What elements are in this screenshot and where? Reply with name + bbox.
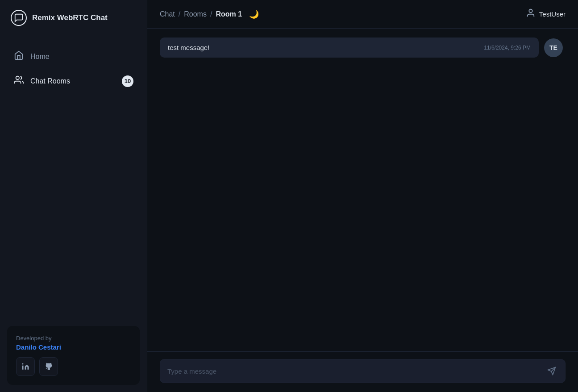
sidebar-item-chat-rooms[interactable]: Chat Rooms 10 <box>7 70 140 92</box>
sidebar: Remix WebRTC Chat Home Chat Rooms <box>0 0 147 392</box>
linkedin-button[interactable] <box>16 357 35 376</box>
message-text: test message! <box>168 44 209 51</box>
user-menu[interactable]: TestUser <box>526 8 566 20</box>
sidebar-item-home-label: Home <box>30 53 133 61</box>
sidebar-nav: Home Chat Rooms 10 <box>0 36 147 319</box>
send-button[interactable] <box>545 365 558 377</box>
social-links <box>16 357 131 376</box>
username: TestUser <box>539 10 566 18</box>
sidebar-footer: Developed by Danilo Cestari <box>7 326 140 385</box>
message-time: 11/6/2024, 9:26 PM <box>484 45 531 51</box>
dark-mode-toggle[interactable]: 🌙 <box>249 9 259 19</box>
github-button[interactable] <box>39 357 58 376</box>
main-content: Chat / Rooms / Room 1 🌙 TestUser test me… <box>147 0 578 392</box>
users-icon <box>13 75 24 87</box>
message-bubble: test message! 11/6/2024, 9:26 PM <box>160 38 539 58</box>
svg-point-3 <box>529 9 532 13</box>
table-row: test message! 11/6/2024, 9:26 PM TE <box>160 38 566 58</box>
chat-rooms-badge: 10 <box>122 75 133 87</box>
home-icon <box>13 50 24 63</box>
svg-rect-1 <box>22 366 24 370</box>
svg-point-0 <box>16 76 19 79</box>
app-logo-icon <box>11 10 27 26</box>
svg-point-2 <box>22 363 24 365</box>
developed-by-label: Developed by <box>16 335 131 342</box>
input-area <box>147 351 578 392</box>
avatar: TE <box>544 38 563 57</box>
developer-name: Danilo Cestari <box>16 343 131 351</box>
breadcrumb: Chat / Rooms / Room 1 🌙 <box>160 9 259 19</box>
user-icon <box>526 8 536 20</box>
breadcrumb-chat[interactable]: Chat <box>160 10 175 18</box>
app-title: Remix WebRTC Chat <box>32 13 108 22</box>
sidebar-item-chat-rooms-label: Chat Rooms <box>30 77 116 85</box>
sidebar-logo: Remix WebRTC Chat <box>0 0 147 36</box>
breadcrumb-room1: Room 1 <box>216 10 242 18</box>
message-input[interactable] <box>167 367 540 375</box>
breadcrumb-sep-2: / <box>210 10 212 18</box>
breadcrumb-sep-1: / <box>179 10 180 18</box>
sidebar-item-home[interactable]: Home <box>7 45 140 68</box>
message-input-wrapper <box>160 359 566 383</box>
messages-area: test message! 11/6/2024, 9:26 PM TE <box>147 29 578 351</box>
main-header: Chat / Rooms / Room 1 🌙 TestUser <box>147 0 578 29</box>
breadcrumb-rooms[interactable]: Rooms <box>184 10 207 18</box>
